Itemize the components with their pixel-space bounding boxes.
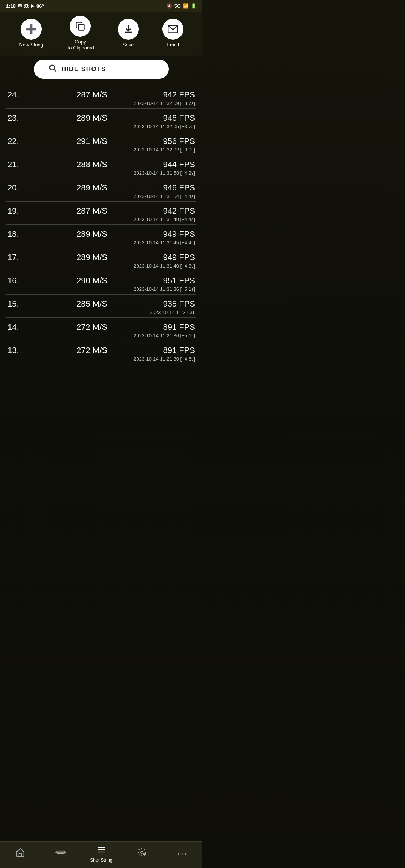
copy-icon (70, 16, 91, 37)
shot-timestamp: 2023-10-14 11:32:02 [+3.9s] (8, 146, 195, 153)
shot-item[interactable]: 15.285 M/S935 FPS2023-10-14 11:31:31 (6, 295, 196, 318)
shot-main-row: 18.289 M/S949 FPS (8, 229, 195, 239)
shot-number: 15. (8, 299, 26, 309)
shot-timestamp: 2023-10-14 11:31:31 (8, 309, 195, 315)
shot-item[interactable]: 14.272 M/S891 FPS2023-10-14 11:21:36 [+5… (6, 318, 196, 341)
shot-ms: 288 M/S (26, 160, 158, 169)
battery-icon: 🔋 (191, 3, 196, 9)
shot-item[interactable]: 16.290 M/S951 FPS2023-10-14 11:31:36 [+5… (6, 271, 196, 295)
shot-ms: 291 M/S (26, 136, 158, 146)
shot-number: 18. (8, 229, 26, 239)
shot-number: 16. (8, 276, 26, 286)
shot-main-row: 24.287 M/S942 FPS (8, 90, 195, 100)
shot-ms: 285 M/S (26, 299, 158, 309)
shot-main-row: 20.289 M/S946 FPS (8, 183, 195, 193)
shot-timestamp: 2023-10-14 11:31:36 [+5.1s] (8, 286, 195, 292)
shot-number: 20. (8, 183, 26, 193)
email-label: Email (166, 42, 179, 48)
shot-main-row: 14.272 M/S891 FPS (8, 322, 195, 332)
shot-timestamp: 2023-10-14 11:31:54 [+4.4s] (8, 193, 195, 199)
save-label: Save (123, 42, 134, 48)
shot-main-row: 15.285 M/S935 FPS (8, 299, 195, 309)
shot-item[interactable]: 13.272 M/S891 FPS2023-10-14 11:21:30 [+4… (6, 341, 196, 364)
shot-fps: 949 FPS (158, 253, 195, 262)
shot-timestamp: 2023-10-14 11:31:40 [+4.8s] (8, 262, 195, 269)
shot-fps: 951 FPS (158, 276, 195, 286)
search-icon (49, 64, 57, 74)
shot-item[interactable]: 20.289 M/S946 FPS2023-10-14 11:31:54 [+4… (6, 178, 196, 202)
new-string-icon: ➕ (21, 19, 42, 40)
new-string-button[interactable]: ➕ New String (19, 19, 43, 48)
shot-ms: 289 M/S (26, 183, 158, 193)
status-time: 1:18 (6, 3, 16, 9)
shot-fps: 891 FPS (158, 346, 195, 355)
shot-timestamp: 2023-10-14 11:31:58 [+4.2s] (8, 169, 195, 176)
shot-main-row: 23.289 M/S946 FPS (8, 113, 195, 123)
shot-number: 22. (8, 136, 26, 146)
shot-main-row: 22.291 M/S956 FPS (8, 136, 195, 146)
play-icon: ▶ (31, 3, 34, 9)
image-icon: 🖼 (24, 3, 28, 9)
shot-main-row: 16.290 M/S951 FPS (8, 276, 195, 286)
shot-fps: 956 FPS (158, 136, 195, 146)
message-icon: ✉ (18, 3, 22, 9)
svg-line-3 (54, 69, 56, 71)
hide-shots-button[interactable]: HIDE SHOTS (34, 60, 169, 79)
shot-number: 17. (8, 253, 26, 262)
mute-icon: 🔇 (166, 3, 172, 9)
shot-timestamp: 2023-10-14 11:21:36 [+5.1s] (8, 332, 195, 338)
shot-main-row: 17.289 M/S949 FPS (8, 253, 195, 262)
shot-ms: 287 M/S (26, 90, 158, 100)
shot-fps: 944 FPS (158, 160, 195, 169)
shot-main-row: 19.287 M/S942 FPS (8, 206, 195, 216)
shot-ms: 289 M/S (26, 253, 158, 262)
shot-item[interactable]: 24.287 M/S942 FPS2023-10-14 11:32:09 [+3… (6, 85, 196, 109)
save-icon (118, 19, 139, 40)
shot-item[interactable]: 17.289 M/S949 FPS2023-10-14 11:31:40 [+4… (6, 248, 196, 271)
shot-main-row: 21.288 M/S944 FPS (8, 160, 195, 169)
copy-clipboard-label: CopyTo Clipboard (67, 39, 94, 51)
shot-timestamp: 2023-10-14 11:31:45 [+4.4s] (8, 239, 195, 245)
status-right: 🔇 5G 📶 🔋 (166, 3, 196, 9)
shot-fps: 946 FPS (158, 183, 195, 193)
hide-shots-container: HIDE SHOTS (0, 56, 202, 85)
shot-fps: 942 FPS (158, 206, 195, 216)
shot-item[interactable]: 23.289 M/S946 FPS2023-10-14 11:32:05 [+3… (6, 109, 196, 132)
shot-timestamp: 2023-10-14 11:32:05 [+3.7s] (8, 123, 195, 129)
shot-fps: 891 FPS (158, 322, 195, 332)
shot-ms: 287 M/S (26, 206, 158, 216)
shot-list: 24.287 M/S942 FPS2023-10-14 11:32:09 [+3… (0, 85, 202, 364)
shot-number: 21. (8, 160, 26, 169)
svg-point-2 (50, 65, 55, 70)
save-button[interactable]: Save (118, 19, 139, 48)
shot-number: 14. (8, 322, 26, 332)
shot-ms: 290 M/S (26, 276, 158, 286)
new-string-label: New String (19, 42, 43, 48)
shot-fps: 946 FPS (158, 113, 195, 123)
shot-timestamp: 2023-10-14 11:21:30 [+4.6s] (8, 355, 195, 362)
email-button[interactable]: Email (162, 19, 183, 48)
shot-number: 13. (8, 346, 26, 355)
shot-item[interactable]: 19.287 M/S942 FPS2023-10-14 11:31:49 [+4… (6, 202, 196, 225)
shot-fps: 935 FPS (158, 299, 195, 309)
shot-ms: 289 M/S (26, 113, 158, 123)
shot-ms: 272 M/S (26, 346, 158, 355)
network-type: 5G (174, 3, 181, 9)
shot-number: 23. (8, 113, 26, 123)
copy-clipboard-button[interactable]: CopyTo Clipboard (67, 16, 94, 51)
status-bar: 1:18 ✉ 🖼 ▶ 86° 🔇 5G 📶 🔋 (0, 0, 202, 12)
shot-number: 24. (8, 90, 26, 100)
email-icon (162, 19, 183, 40)
shot-number: 19. (8, 206, 26, 216)
hide-shots-text: HIDE SHOTS (62, 66, 106, 73)
shot-item[interactable]: 21.288 M/S944 FPS2023-10-14 11:31:58 [+4… (6, 155, 196, 178)
signal-icon: 📶 (183, 3, 189, 9)
shot-item[interactable]: 18.289 M/S949 FPS2023-10-14 11:31:45 [+4… (6, 225, 196, 248)
temperature: 86° (36, 3, 44, 9)
toolbar: ➕ New String CopyTo Clipboard Save Em (0, 12, 202, 56)
status-left: 1:18 ✉ 🖼 ▶ 86° (6, 3, 44, 9)
shot-item[interactable]: 22.291 M/S956 FPS2023-10-14 11:32:02 [+3… (6, 132, 196, 155)
shot-ms: 289 M/S (26, 229, 158, 239)
shot-timestamp: 2023-10-14 11:32:09 [+3.7s] (8, 100, 195, 106)
svg-rect-0 (79, 24, 84, 30)
